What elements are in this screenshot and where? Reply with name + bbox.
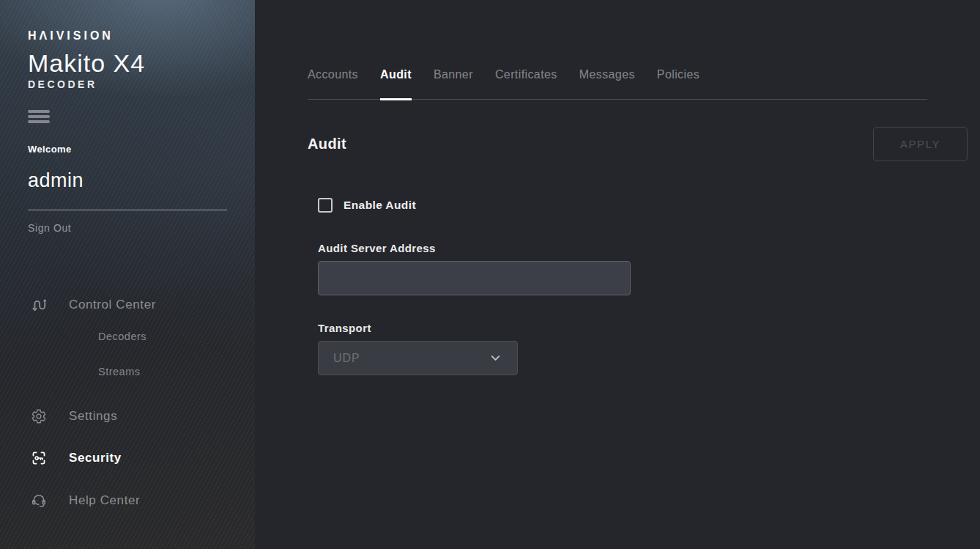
enable-audit-label[interactable]: Enable Audit [344, 199, 416, 212]
section-header: Audit APPLY [308, 127, 968, 161]
sidebar-nav: Control Center Decoders Streams Settings [28, 295, 255, 511]
username: admin [28, 169, 255, 192]
transport-select[interactable]: UDP [318, 341, 518, 375]
audit-server-address-field: Audit Server Address [318, 242, 927, 295]
sidebar-item-label: Settings [69, 409, 117, 424]
sidebar-item-label: Control Center [69, 298, 156, 312]
sidebar: HΛIVISION Makito X4 DECODER Welcome admi… [0, 0, 255, 549]
enable-audit-row: Enable Audit [318, 197, 927, 213]
product-name: Makito X4 [28, 48, 255, 78]
apply-button[interactable]: APPLY [873, 127, 968, 161]
transport-field: Transport UDP [318, 322, 927, 375]
enable-audit-checkbox[interactable] [318, 198, 333, 213]
chevron-down-icon [489, 351, 502, 365]
tab-accounts[interactable]: Accounts [308, 67, 358, 100]
tab-messages[interactable]: Messages [579, 67, 635, 100]
hamburger-menu-icon[interactable] [28, 110, 50, 123]
tab-banner[interactable]: Banner [434, 67, 473, 100]
gear-icon [31, 408, 47, 425]
route-icon [31, 296, 47, 314]
brand: HΛIVISION Makito X4 DECODER [28, 29, 255, 91]
sidebar-divider [28, 210, 227, 210]
tab-bar: Accounts Audit Banner Certificates Messa… [308, 0, 927, 100]
key-frame-icon [31, 449, 47, 467]
headset-icon [31, 492, 47, 509]
product-type: DECODER [28, 78, 255, 91]
audit-server-address-label: Audit Server Address [318, 242, 927, 255]
sidebar-item-streams[interactable]: Streams [98, 365, 141, 378]
sidebar-item-label: Help Center [69, 493, 140, 508]
sidebar-item-decoders[interactable]: Decoders [98, 330, 146, 343]
sign-out-link[interactable]: Sign Out [28, 222, 71, 235]
transport-selected-value: UDP [333, 352, 360, 365]
audit-form: Enable Audit Audit Server Address Transp… [318, 197, 927, 375]
sidebar-item-settings[interactable]: Settings [28, 406, 255, 427]
transport-label: Transport [318, 322, 927, 335]
audit-server-address-input[interactable] [318, 261, 631, 295]
tab-certificates[interactable]: Certificates [495, 67, 557, 100]
sidebar-item-control-center[interactable]: Control Center [28, 295, 255, 315]
main-content: Accounts Audit Banner Certificates Messa… [255, 0, 980, 549]
haivision-logo: HΛIVISION [28, 29, 255, 43]
welcome-label: Welcome [28, 144, 255, 155]
sidebar-item-help-center[interactable]: Help Center [28, 490, 255, 511]
sidebar-item-security[interactable]: Security [28, 448, 255, 468]
sidebar-item-label: Security [69, 451, 122, 465]
tab-policies[interactable]: Policies [657, 67, 699, 100]
page-title: Audit [308, 136, 346, 152]
tab-audit[interactable]: Audit [380, 67, 412, 100]
